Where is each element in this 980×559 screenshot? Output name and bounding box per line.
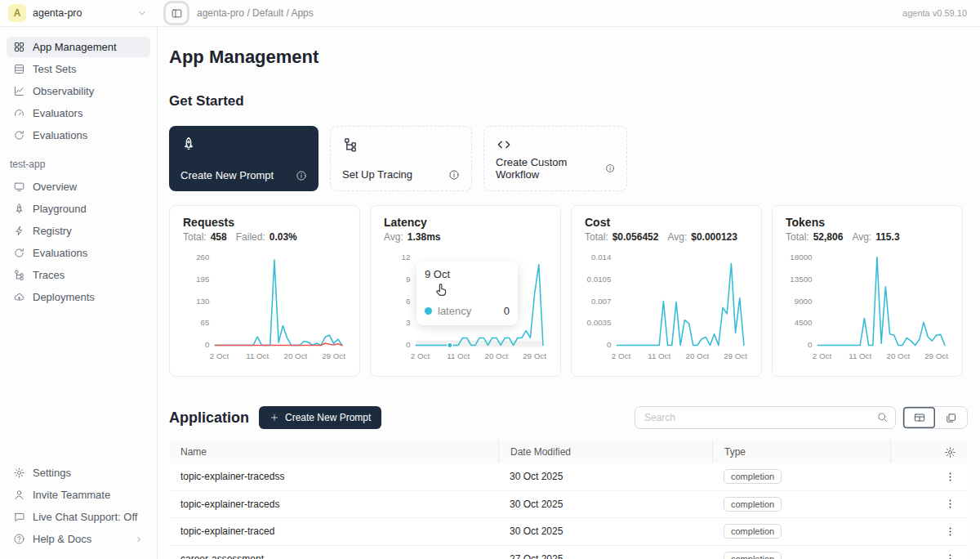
code-icon	[496, 136, 512, 153]
get-started-cards: Create New Prompt Set Up Tracing Create …	[169, 126, 968, 191]
sidebar-item-label: Live Chat Support: Off	[33, 510, 137, 524]
sidebar-item-overview[interactable]: Overview	[7, 177, 150, 197]
table-row[interactable]: career-assessment 27 Oct 2025 completion	[169, 546, 968, 559]
topbar: A agenta-pro agenta-pro / Default / Apps…	[0, 0, 980, 27]
row-actions-cell	[890, 498, 968, 510]
svg-text:0: 0	[607, 340, 612, 349]
type-badge: completion	[724, 469, 782, 484]
sidebar-item-test-sets[interactable]: Test Sets	[7, 59, 150, 79]
svg-text:0.0105: 0.0105	[587, 275, 612, 284]
chat-icon	[13, 511, 25, 523]
sidebar-item-live-chat-support[interactable]: Live Chat Support: Off	[7, 507, 150, 527]
workspace-avatar[interactable]: A	[8, 4, 26, 22]
sidebar-item-label: Settings	[33, 466, 71, 480]
column-settings-cell	[890, 440, 968, 463]
table-row[interactable]: topic-explainer-traced 30 Oct 2025 compl…	[169, 518, 968, 546]
create-new-prompt-button[interactable]: Create New Prompt	[259, 406, 381, 429]
table-view-button[interactable]	[903, 407, 935, 428]
svg-text:4500: 4500	[795, 318, 813, 327]
sidebar-item-evaluations[interactable]: Evaluations	[7, 125, 150, 145]
tooltip-value: 0	[504, 305, 510, 317]
sidebar-item-label: Help & Docs	[33, 532, 91, 546]
search-box	[635, 406, 896, 429]
sidebar-item-traces[interactable]: Traces	[7, 265, 150, 285]
sidebar-item-playground[interactable]: Playground	[7, 199, 150, 219]
sidebar-item-settings[interactable]: Settings	[7, 463, 150, 483]
card-view-button[interactable]	[935, 407, 967, 428]
svg-text:9000: 9000	[795, 297, 813, 306]
app-version: agenta v0.59.10	[902, 8, 980, 18]
breadcrumb[interactable]: agenta-pro / Default / Apps	[197, 7, 314, 19]
svg-text:0: 0	[406, 340, 411, 349]
sidebar: App Management Test Sets Observability E…	[0, 27, 158, 559]
chart-stats: Total:$0.056452 Avg:$0.000123	[585, 231, 748, 243]
svg-text:2 Oct: 2 Oct	[210, 351, 229, 360]
help-icon	[13, 533, 25, 545]
svg-text:11 Oct: 11 Oct	[447, 351, 470, 360]
application-header: Application Create New Prompt	[169, 406, 968, 429]
gear-icon[interactable]	[944, 446, 956, 458]
svg-text:13500: 13500	[790, 275, 813, 284]
sidebar-item-label: Traces	[33, 268, 65, 282]
sidebar-item-label: Test Sets	[33, 62, 76, 76]
gauge-icon	[13, 107, 25, 119]
svg-text:0: 0	[808, 340, 813, 349]
svg-text:12: 12	[402, 253, 411, 262]
application-title: Application	[169, 409, 249, 427]
svg-text:260: 260	[196, 253, 210, 262]
page-title: App Management	[169, 47, 968, 68]
card-view-icon	[945, 412, 957, 424]
tokens-chart[interactable]: 04500900013500180002 Oct11 Oct20 Oct29 O…	[786, 251, 949, 363]
set-up-tracing-card[interactable]: Set Up Tracing	[330, 126, 472, 191]
column-header-name: Name	[169, 440, 498, 463]
workspace-selector[interactable]: A agenta-pro	[0, 4, 158, 22]
sidebar-item-app-evaluations[interactable]: Evaluations	[7, 243, 150, 263]
sidebar-toggle-button[interactable]	[166, 3, 187, 23]
sidebar-item-observability[interactable]: Observability	[7, 81, 150, 101]
app-type-cell: completion	[712, 497, 890, 512]
create-new-prompt-card[interactable]: Create New Prompt	[169, 126, 318, 191]
table-row[interactable]: topic-explainer-tracedss 30 Oct 2025 com…	[169, 463, 968, 491]
sidebar-item-help-docs[interactable]: Help & Docs	[7, 529, 150, 549]
search-input[interactable]	[635, 406, 896, 429]
svg-text:9: 9	[406, 275, 410, 284]
sidebar-item-evaluators[interactable]: Evaluators	[7, 103, 150, 123]
tooltip-series-name: latency	[438, 305, 471, 317]
chart-title: Requests	[183, 216, 346, 229]
requests-chart[interactable]: 0651301952602 Oct11 Oct20 Oct29 Oct	[183, 251, 346, 363]
cost-chart[interactable]: 00.00350.0070.01050.0142 Oct11 Oct20 Oct…	[585, 251, 748, 363]
svg-text:0.014: 0.014	[591, 253, 612, 262]
svg-text:3: 3	[406, 318, 410, 327]
column-header-date-modified: Date Modified	[498, 440, 712, 463]
sidebar-item-label: Playground	[33, 202, 87, 216]
svg-text:20 Oct: 20 Oct	[887, 351, 911, 360]
card-label: Set Up Tracing	[342, 168, 412, 181]
applications-table: Name Date Modified Type topic-explainer-…	[169, 440, 968, 559]
table-row[interactable]: topic-explainer-traceds 30 Oct 2025 comp…	[169, 491, 968, 519]
bolt-icon	[13, 225, 25, 237]
sidebar-item-label: Observability	[33, 84, 94, 98]
traces-icon	[13, 269, 25, 281]
app-date-modified: 30 Oct 2025	[498, 471, 712, 482]
sidebar-item-app-management[interactable]: App Management	[7, 37, 150, 57]
sidebar-item-invite-teammate[interactable]: Invite Teammate	[7, 485, 150, 505]
type-badge: completion	[724, 524, 782, 539]
sidebar-item-label: App Management	[33, 40, 117, 54]
tooltip-date: 9 Oct	[425, 268, 510, 280]
more-actions-icon[interactable]	[944, 471, 956, 483]
info-icon[interactable]	[605, 163, 615, 174]
type-badge: completion	[724, 497, 782, 512]
create-custom-workflow-card[interactable]: Create Custom Workflow	[483, 126, 627, 191]
sidebar-item-registry[interactable]: Registry	[7, 221, 150, 241]
info-icon[interactable]	[296, 170, 307, 181]
info-icon[interactable]	[448, 169, 460, 181]
monitor-icon	[13, 181, 25, 193]
evaluations-icon	[13, 247, 25, 259]
sidebar-item-deployments[interactable]: Deployments	[7, 287, 150, 307]
svg-text:11 Oct: 11 Oct	[849, 351, 871, 360]
more-actions-icon[interactable]	[944, 552, 956, 559]
app-type-cell: completion	[712, 524, 890, 539]
more-actions-icon[interactable]	[944, 525, 956, 538]
sidebar-item-label: Invite Teammate	[33, 488, 110, 502]
more-actions-icon[interactable]	[944, 498, 956, 510]
